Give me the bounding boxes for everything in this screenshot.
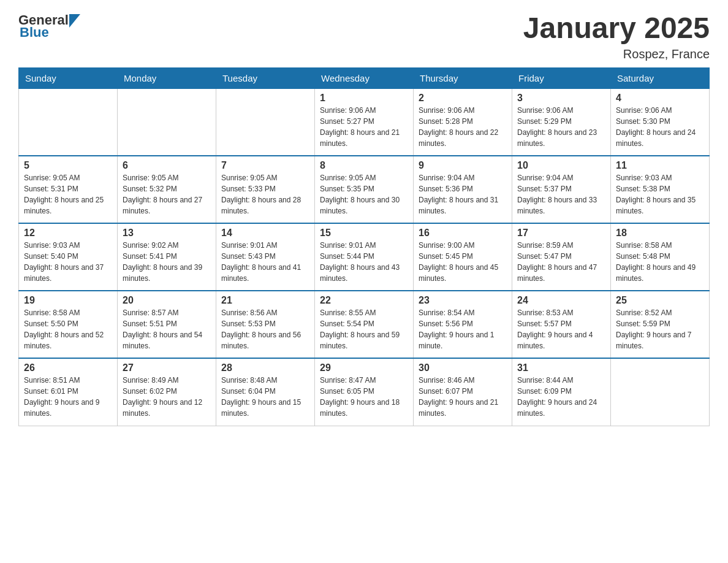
day-number: 22 (320, 295, 408, 306)
calendar-day-cell: 6Sunrise: 9:05 AMSunset: 5:32 PMDaylight… (118, 156, 216, 223)
day-of-week-header: Friday (512, 67, 611, 88)
day-sun-info: Sunrise: 8:53 AMSunset: 5:57 PMDaylight:… (517, 307, 605, 351)
calendar-day-cell: 21Sunrise: 8:56 AMSunset: 5:53 PMDayligh… (216, 291, 315, 358)
day-of-week-header: Monday (118, 67, 216, 88)
day-number: 11 (616, 160, 704, 171)
calendar-day-cell: 30Sunrise: 8:46 AMSunset: 6:07 PMDayligh… (414, 358, 512, 426)
calendar-day-cell: 7Sunrise: 9:05 AMSunset: 5:33 PMDaylight… (216, 156, 315, 223)
day-number: 3 (517, 93, 605, 104)
logo-triangle-icon (69, 14, 80, 28)
day-of-week-header: Thursday (414, 67, 512, 88)
day-number: 8 (320, 160, 408, 171)
day-sun-info: Sunrise: 8:49 AMSunset: 6:02 PMDaylight:… (123, 375, 211, 419)
calendar-day-cell: 12Sunrise: 9:03 AMSunset: 5:40 PMDayligh… (19, 223, 118, 291)
day-sun-info: Sunrise: 8:56 AMSunset: 5:53 PMDaylight:… (221, 307, 309, 351)
calendar-week-row: 26Sunrise: 8:51 AMSunset: 6:01 PMDayligh… (19, 358, 710, 426)
day-sun-info: Sunrise: 8:58 AMSunset: 5:50 PMDaylight:… (24, 307, 112, 351)
day-number: 29 (320, 362, 408, 373)
day-sun-info: Sunrise: 8:44 AMSunset: 6:09 PMDaylight:… (517, 375, 605, 419)
day-sun-info: Sunrise: 9:06 AMSunset: 5:28 PMDaylight:… (419, 105, 507, 149)
day-number: 2 (419, 93, 507, 104)
day-sun-info: Sunrise: 9:05 AMSunset: 5:33 PMDaylight:… (221, 172, 309, 216)
day-number: 15 (320, 228, 408, 239)
day-sun-info: Sunrise: 9:05 AMSunset: 5:35 PMDaylight:… (320, 172, 408, 216)
calendar-title: January 2025 (523, 12, 710, 45)
day-number: 14 (221, 228, 309, 239)
calendar-header-row: SundayMondayTuesdayWednesdayThursdayFrid… (19, 67, 710, 88)
day-number: 20 (123, 295, 211, 306)
day-number: 9 (419, 160, 507, 171)
calendar-day-cell: 31Sunrise: 8:44 AMSunset: 6:09 PMDayligh… (512, 358, 611, 426)
day-number: 12 (24, 228, 112, 239)
calendar-day-cell (611, 358, 710, 426)
calendar-week-row: 1Sunrise: 9:06 AMSunset: 5:27 PMDaylight… (19, 88, 710, 156)
calendar-day-cell: 22Sunrise: 8:55 AMSunset: 5:54 PMDayligh… (315, 291, 414, 358)
day-of-week-header: Saturday (611, 67, 710, 88)
day-number: 17 (517, 228, 605, 239)
location-label: Rospez, France (523, 47, 710, 61)
calendar-day-cell: 13Sunrise: 9:02 AMSunset: 5:41 PMDayligh… (118, 223, 216, 291)
calendar-day-cell: 24Sunrise: 8:53 AMSunset: 5:57 PMDayligh… (512, 291, 611, 358)
day-of-week-header: Tuesday (216, 67, 315, 88)
day-number: 10 (517, 160, 605, 171)
day-sun-info: Sunrise: 8:55 AMSunset: 5:54 PMDaylight:… (320, 307, 408, 351)
calendar-day-cell: 8Sunrise: 9:05 AMSunset: 5:35 PMDaylight… (315, 156, 414, 223)
day-sun-info: Sunrise: 9:01 AMSunset: 5:44 PMDaylight:… (320, 240, 408, 284)
day-sun-info: Sunrise: 9:06 AMSunset: 5:29 PMDaylight:… (517, 105, 605, 149)
day-sun-info: Sunrise: 9:04 AMSunset: 5:36 PMDaylight:… (419, 172, 507, 216)
day-number: 26 (24, 362, 112, 373)
calendar-day-cell: 9Sunrise: 9:04 AMSunset: 5:36 PMDaylight… (414, 156, 512, 223)
calendar-day-cell (216, 88, 315, 156)
day-number: 21 (221, 295, 309, 306)
calendar-day-cell: 28Sunrise: 8:48 AMSunset: 6:04 PMDayligh… (216, 358, 315, 426)
calendar-day-cell: 2Sunrise: 9:06 AMSunset: 5:28 PMDaylight… (414, 88, 512, 156)
page-header: General Blue January 2025 Rospez, France (18, 12, 710, 61)
calendar-day-cell: 1Sunrise: 9:06 AMSunset: 5:27 PMDaylight… (315, 88, 414, 156)
calendar-day-cell: 3Sunrise: 9:06 AMSunset: 5:29 PMDaylight… (512, 88, 611, 156)
day-sun-info: Sunrise: 9:01 AMSunset: 5:43 PMDaylight:… (221, 240, 309, 284)
calendar-day-cell: 14Sunrise: 9:01 AMSunset: 5:43 PMDayligh… (216, 223, 315, 291)
day-number: 13 (123, 228, 211, 239)
title-section: January 2025 Rospez, France (523, 12, 710, 61)
day-number: 28 (221, 362, 309, 373)
day-sun-info: Sunrise: 9:06 AMSunset: 5:30 PMDaylight:… (616, 105, 704, 149)
day-number: 6 (123, 160, 211, 171)
calendar-day-cell: 17Sunrise: 8:59 AMSunset: 5:47 PMDayligh… (512, 223, 611, 291)
calendar-week-row: 12Sunrise: 9:03 AMSunset: 5:40 PMDayligh… (19, 223, 710, 291)
day-number: 16 (419, 228, 507, 239)
day-sun-info: Sunrise: 8:57 AMSunset: 5:51 PMDaylight:… (123, 307, 211, 351)
calendar-table: SundayMondayTuesdayWednesdayThursdayFrid… (18, 67, 710, 426)
day-sun-info: Sunrise: 8:54 AMSunset: 5:56 PMDaylight:… (419, 307, 507, 351)
day-of-week-header: Wednesday (315, 67, 414, 88)
day-number: 19 (24, 295, 112, 306)
calendar-week-row: 5Sunrise: 9:05 AMSunset: 5:31 PMDaylight… (19, 156, 710, 223)
day-of-week-header: Sunday (19, 67, 118, 88)
day-sun-info: Sunrise: 8:52 AMSunset: 5:59 PMDaylight:… (616, 307, 704, 351)
logo: General Blue (18, 12, 80, 40)
calendar-day-cell: 5Sunrise: 9:05 AMSunset: 5:31 PMDaylight… (19, 156, 118, 223)
calendar-day-cell (19, 88, 118, 156)
calendar-day-cell: 29Sunrise: 8:47 AMSunset: 6:05 PMDayligh… (315, 358, 414, 426)
day-sun-info: Sunrise: 9:05 AMSunset: 5:32 PMDaylight:… (123, 172, 211, 216)
day-sun-info: Sunrise: 8:48 AMSunset: 6:04 PMDaylight:… (221, 375, 309, 419)
svg-marker-0 (69, 14, 80, 28)
calendar-day-cell: 10Sunrise: 9:04 AMSunset: 5:37 PMDayligh… (512, 156, 611, 223)
day-sun-info: Sunrise: 8:58 AMSunset: 5:48 PMDaylight:… (616, 240, 704, 284)
day-sun-info: Sunrise: 9:05 AMSunset: 5:31 PMDaylight:… (24, 172, 112, 216)
day-number: 4 (616, 93, 704, 104)
day-sun-info: Sunrise: 8:46 AMSunset: 6:07 PMDaylight:… (419, 375, 507, 419)
calendar-day-cell: 15Sunrise: 9:01 AMSunset: 5:44 PMDayligh… (315, 223, 414, 291)
day-number: 30 (419, 362, 507, 373)
calendar-day-cell: 25Sunrise: 8:52 AMSunset: 5:59 PMDayligh… (611, 291, 710, 358)
calendar-day-cell: 16Sunrise: 9:00 AMSunset: 5:45 PMDayligh… (414, 223, 512, 291)
calendar-day-cell: 20Sunrise: 8:57 AMSunset: 5:51 PMDayligh… (118, 291, 216, 358)
day-sun-info: Sunrise: 9:04 AMSunset: 5:37 PMDaylight:… (517, 172, 605, 216)
day-sun-info: Sunrise: 9:06 AMSunset: 5:27 PMDaylight:… (320, 105, 408, 149)
day-sun-info: Sunrise: 8:51 AMSunset: 6:01 PMDaylight:… (24, 375, 112, 419)
calendar-day-cell (118, 88, 216, 156)
day-sun-info: Sunrise: 9:03 AMSunset: 5:38 PMDaylight:… (616, 172, 704, 216)
day-sun-info: Sunrise: 8:47 AMSunset: 6:05 PMDaylight:… (320, 375, 408, 419)
calendar-day-cell: 23Sunrise: 8:54 AMSunset: 5:56 PMDayligh… (414, 291, 512, 358)
day-sun-info: Sunrise: 8:59 AMSunset: 5:47 PMDaylight:… (517, 240, 605, 284)
day-sun-info: Sunrise: 9:03 AMSunset: 5:40 PMDaylight:… (24, 240, 112, 284)
